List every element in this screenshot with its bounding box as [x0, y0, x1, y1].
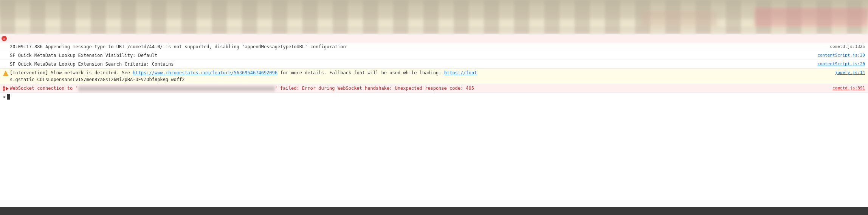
log-message-3: SF Quick MetaData Lookup Extension Searc…	[10, 61, 810, 68]
warning-text-url-cont: s.gstatic_COLsLopensansLv1S/men8YaGs126M…	[10, 77, 184, 82]
log-row-1: 20:09:17.886 Appending message type to U…	[0, 43, 868, 51]
log-message-1: 20:09:17.886 Appending message type to U…	[10, 43, 822, 50]
warning-text-part1: [Intervention] Slow network is detected.…	[10, 70, 133, 75]
error-circle-icon: ✕	[2, 36, 7, 41]
expand-arrow-icon[interactable]	[6, 87, 9, 91]
log-source-2[interactable]: contentScript.js:20	[810, 52, 868, 59]
warning-link1[interactable]: https://www.chromestatus.com/feature/563…	[133, 70, 277, 75]
cursor-row[interactable]: >	[0, 93, 868, 101]
console-panel: ✕ 20:09:17.886 Appending message type to…	[0, 34, 868, 215]
warning-text-part2: for more details. Fallback font will be …	[277, 70, 444, 75]
warning-content: [Intervention] Slow network is detected.…	[10, 69, 828, 83]
error-indicator-row: ✕	[0, 34, 868, 43]
log-row-warning: [Intervention] Slow network is detected.…	[0, 69, 868, 84]
error-text-prefix: WebSocket connection to '	[10, 86, 78, 91]
log-row-2: SF Quick MetaData Lookup Extension Visib…	[0, 51, 868, 60]
top-blurred-area	[0, 0, 868, 34]
error-source[interactable]: cometd.js:891	[825, 85, 868, 92]
log-source-3[interactable]: contentScript.js:20	[810, 61, 868, 68]
warning-triangle-icon	[3, 71, 8, 76]
console-content: 20:09:17.886 Appending message type to U…	[0, 43, 868, 215]
warning-source[interactable]: jquery.js:14	[828, 69, 868, 76]
error-message: WebSocket connection to '' failed: Error…	[10, 85, 825, 92]
cursor-blink	[7, 94, 10, 100]
bottom-bar	[0, 207, 868, 215]
error-dot-icon: ✕	[3, 86, 5, 91]
log-row-error: ✕ WebSocket connection to '' failed: Err…	[0, 84, 868, 93]
log-row-3: SF Quick MetaData Lookup Extension Searc…	[0, 60, 868, 69]
error-text-suffix: ' failed: Error during WebSocket handsha…	[275, 86, 474, 91]
log-message-2: SF Quick MetaData Lookup Extension Visib…	[10, 52, 810, 59]
chevron-right-icon: >	[3, 94, 6, 100]
warning-link2[interactable]: https://font	[444, 70, 477, 75]
log-source-1[interactable]: cometd.js:1325	[822, 43, 868, 50]
error-blurred-url	[78, 86, 275, 91]
